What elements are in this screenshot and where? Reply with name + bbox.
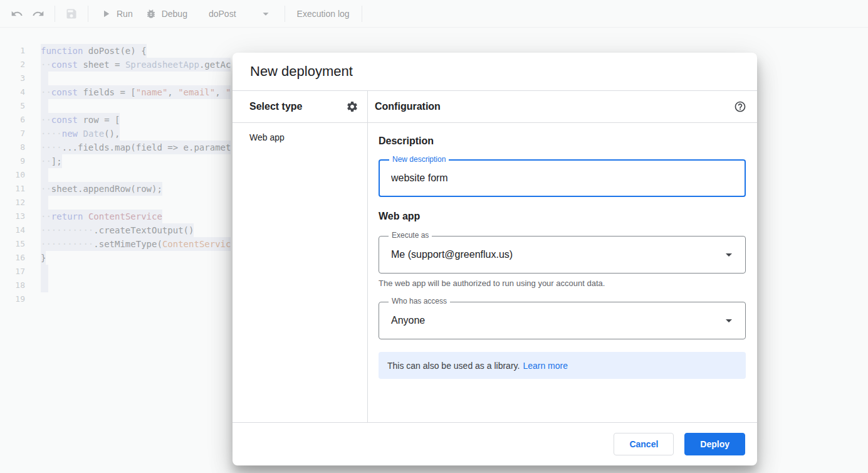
dialog-title: New deployment — [233, 53, 757, 91]
dialog-footer: Cancel Deploy — [233, 422, 757, 465]
select-type-header-label: Select type — [249, 101, 302, 112]
configuration-header-label: Configuration — [375, 101, 441, 112]
who-has-access-label: Who has access — [389, 297, 450, 306]
dropdown-arrow-icon — [721, 247, 736, 262]
deployment-type-item[interactable]: Web app — [233, 123, 367, 152]
select-type-items: Web app — [233, 123, 367, 152]
configuration-content: Description New description Web app Exec… — [368, 123, 757, 379]
dropdown-arrow-icon — [721, 313, 736, 328]
description-field-label: New description — [389, 155, 449, 164]
execute-as-label: Execute as — [389, 231, 432, 240]
help-icon[interactable] — [734, 100, 746, 113]
execute-as-value: Me (support@greenflux.us) — [391, 249, 721, 260]
gear-icon — [346, 100, 358, 113]
dialog-body: Select type Web app Configuration Descri… — [233, 91, 757, 422]
description-field: New description — [379, 159, 746, 197]
cancel-button[interactable]: Cancel — [614, 433, 674, 455]
description-heading: Description — [379, 136, 746, 147]
library-note-text: This can also be used as a library. — [387, 361, 520, 371]
new-deployment-dialog: New deployment Select type Web app Confi… — [233, 53, 757, 465]
learn-more-link[interactable]: Learn more — [523, 361, 568, 371]
select-type-pane: Select type Web app — [233, 91, 368, 422]
description-input[interactable] — [380, 161, 745, 196]
configuration-pane: Configuration Description New descriptio… — [368, 91, 757, 422]
who-has-access-value: Anyone — [391, 315, 721, 326]
web-app-heading: Web app — [379, 211, 746, 222]
deploy-button[interactable]: Deploy — [684, 433, 745, 455]
execute-as-helper-text: The web app will be authorized to run us… — [379, 279, 746, 288]
configuration-header: Configuration — [368, 91, 757, 123]
execute-as-select[interactable]: Execute as Me (support@greenflux.us) — [379, 236, 746, 274]
select-type-header: Select type — [233, 91, 367, 123]
who-has-access-select[interactable]: Who has access Anyone — [379, 302, 746, 339]
library-info-banner: This can also be used as a library. Lear… — [379, 352, 746, 379]
